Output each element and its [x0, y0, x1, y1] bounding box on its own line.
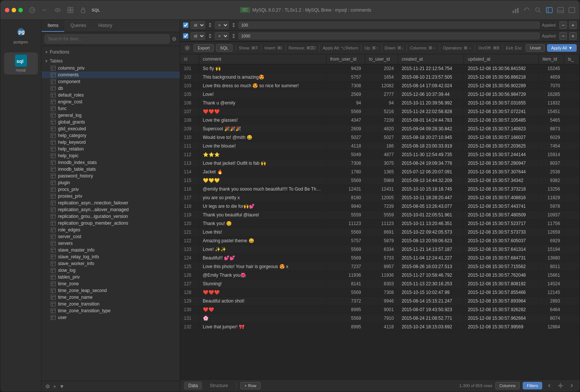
tree-item[interactable]: user [42, 314, 180, 321]
tab-data[interactable]: Data [184, 382, 202, 390]
filter-1-field[interactable]: id [191, 21, 205, 29]
table-row[interactable]: 105Love!256927772015-12-06 10:37:39.4420… [180, 90, 580, 99]
forward-icon[interactable]: ↩ [42, 7, 48, 13]
table-row[interactable]: 125Love this photo! Your hair is gorgeou… [180, 262, 580, 271]
eye-icon[interactable] [54, 7, 61, 13]
filter-1-remove[interactable]: − [559, 21, 567, 29]
columns-button[interactable]: Columns [495, 382, 520, 389]
tree-item[interactable]: replication_grou...iguration_version [42, 213, 180, 220]
table-row[interactable]: 122Amazing pastel theme 😀575758792015-08… [180, 237, 580, 245]
table-row[interactable]: 121Love this!556986912015-10-22 09:42:05… [180, 228, 580, 237]
sql-badge[interactable]: SQL [92, 7, 99, 13]
down-label[interactable]: Down: ⌘↓ [385, 46, 404, 51]
tree-item[interactable]: help_topic [42, 152, 180, 159]
maximize-button[interactable] [18, 8, 23, 12]
chevron-icon[interactable]: ▼ [59, 383, 64, 389]
tree-item[interactable]: help_relation [42, 146, 180, 152]
table-row[interactable]: 128❤️❤️❤️556973082015-10-15 10:02:47.992… [180, 288, 580, 297]
show-label[interactable]: Show: ⌘F [239, 46, 258, 51]
filter-2-remove[interactable]: − [559, 32, 567, 40]
col-header-created-at[interactable]: created_at [398, 54, 464, 64]
table-row[interactable]: 127Stunning!814183032015-11-13 22:30:16.… [180, 280, 580, 288]
gear-icon[interactable] [556, 382, 565, 390]
tree-item[interactable]: general_log [42, 112, 180, 119]
tree-item[interactable]: procs_priv [42, 186, 180, 193]
table-row[interactable]: 114Jacket 🔥178013652015-07-12 06:20:07.0… [180, 168, 580, 176]
tree-item[interactable]: slow_log [42, 267, 180, 274]
tree-item[interactable]: time_zone_transition [42, 301, 180, 307]
tree-item[interactable]: plugin [42, 179, 180, 186]
table-row[interactable]: 116@emily thank you soooo much beautiful… [180, 185, 580, 194]
table-row[interactable]: 103Love this dress so much 😍 so nice for… [180, 82, 580, 90]
tab-items[interactable]: Items [42, 20, 64, 32]
stats-icon[interactable] [512, 7, 519, 13]
table-row[interactable]: 132Love that jumper! 🎀899541182015-10-24… [180, 323, 580, 331]
lock-icon[interactable] [80, 7, 86, 13]
tree-item[interactable]: db [42, 85, 180, 92]
tree-item[interactable]: slave_master_info [42, 247, 180, 253]
layout-bottom-icon[interactable] [557, 7, 564, 13]
col-header-comment[interactable]: comment [199, 54, 326, 64]
tree-item[interactable]: innodb_table_stats [42, 166, 180, 173]
columns-label[interactable]: Columns: ⌘← [410, 46, 437, 51]
close-button[interactable] [5, 8, 9, 12]
tree-item[interactable]: time_zone_transition_type [42, 307, 180, 314]
col-header-updated-at[interactable]: updated_at [464, 54, 539, 64]
filter-2-checkbox[interactable] [183, 33, 188, 39]
grid-icon[interactable] [67, 7, 74, 13]
filter-2-add[interactable]: + [569, 32, 577, 40]
tree-item[interactable]: gtid_executed [42, 125, 180, 132]
export-button[interactable]: Export [194, 44, 214, 52]
tree-item[interactable]: global_grants [42, 119, 180, 125]
tree-item[interactable]: tables_priv [42, 274, 180, 280]
tree-item[interactable]: columns_priv [42, 65, 180, 72]
table-row[interactable]: 120Thank you! 😊11123111232015-10-11 13:2… [180, 219, 580, 228]
table-row[interactable]: 111Love the blouse!41181862015-08-18 23:… [180, 142, 580, 151]
col-header-is[interactable]: is_ [564, 54, 579, 64]
settings-icon[interactable]: ⚙ [45, 383, 50, 389]
tree-item[interactable]: func [42, 105, 180, 112]
tab-queries[interactable]: Queries [64, 20, 92, 32]
add-row-button[interactable]: + Row [240, 382, 261, 389]
filter-2-field[interactable]: id [191, 32, 205, 40]
apply-all-button[interactable]: Apply All ▼ [547, 44, 577, 52]
exit-label[interactable]: Exit: Esc [506, 46, 522, 50]
up-label[interactable]: Up: ⌘↑ [364, 46, 378, 51]
remove-label[interactable]: Remove: ⌘⌦ [289, 46, 316, 51]
filter-1-operator[interactable]: > [215, 21, 229, 29]
table-row[interactable]: 118Ur legs are to die for🙌💕994072392015-… [180, 202, 580, 211]
table-row[interactable]: 108Love the glasses!434772392015-08-01 1… [180, 116, 580, 125]
on-off-label[interactable]: On/Off: ⌘B [478, 46, 499, 51]
tab-structure[interactable]: Structure [205, 382, 233, 390]
insert-label[interactable]: Insert: ⌘I [264, 46, 282, 51]
layout-full-icon[interactable] [568, 7, 575, 13]
tree-item[interactable]: server_cost [42, 233, 180, 240]
table-row[interactable]: 131🌸556979102015-08-24 21:08:52.7712015-… [180, 314, 580, 323]
table-row[interactable]: 102This background is amazing😍5757165420… [180, 73, 580, 82]
tree-item[interactable]: slave_worker_info [42, 260, 180, 267]
table-row[interactable]: 117you are so pretty x8180120052015-10-1… [180, 194, 580, 202]
tree-item[interactable]: replication_asyn...ailover_managed [42, 206, 180, 213]
filter-1-value[interactable] [239, 22, 540, 28]
nav-prev-icon[interactable] [545, 382, 553, 390]
functions-header[interactable]: ▼ Functions [42, 48, 180, 56]
sidebar-item-postgres[interactable]: pg postgres [4, 24, 38, 46]
search-icon[interactable] [535, 7, 541, 13]
table-row[interactable]: 130❤️❤️899590012015-08-07 19:43:50.92320… [180, 306, 580, 314]
tree-item[interactable]: role_edges [42, 227, 180, 233]
filter-2-operator[interactable]: < [215, 32, 229, 40]
col-header-id[interactable]: id [180, 54, 199, 64]
tree-item[interactable]: servers [42, 240, 180, 247]
sql-button[interactable]: SQL [216, 44, 233, 52]
table-row[interactable]: 106Thank u @emily94942015-10-11 20:39:56… [180, 99, 580, 107]
unset-button[interactable]: Unset [526, 44, 545, 52]
table-row[interactable]: 124Beautiful!! 💕💕556957332015-11-04 12:2… [180, 254, 580, 262]
table-row[interactable]: 112⭐️⭐️⭐️504948772015-11-30 12:54:49.735… [180, 151, 580, 159]
add-icon[interactable]: + [53, 383, 56, 389]
tree-item[interactable]: comments [42, 72, 180, 78]
filter-2-field-arrows[interactable] [207, 33, 213, 39]
table-row[interactable]: 110Would love to! @mith 😀502750272015-08… [180, 133, 580, 142]
minimize-button[interactable] [12, 8, 16, 12]
table-row[interactable]: 115💛💛💛556959692015-09-13 14:44:32.209201… [180, 176, 580, 185]
refresh-icon[interactable] [523, 7, 530, 13]
